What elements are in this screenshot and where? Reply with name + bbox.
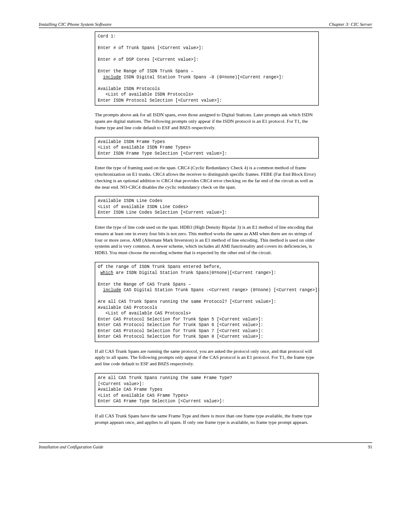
code-line: are ISDN Digital Station Trunk Spans|0=n… [113, 271, 276, 275]
page-footer: Installation and Configuration Guide 91 [39, 442, 372, 449]
code-line: Enter ISDN Line Codes Selection [<Curren… [98, 210, 227, 215]
code-line [98, 75, 103, 80]
code-line: ISDN Digital Station Trunk Spans -0 (0=n… [121, 75, 284, 80]
code-line: Enter CAS Protocol Selection for Trunk S… [98, 334, 263, 339]
code-line: CAS Digital Station Trunk Spans -<Curren… [121, 288, 320, 292]
code-line: <List of available ISDN Frame Types> [98, 145, 191, 150]
header-left: Installing CIC Phone System Software [39, 22, 112, 27]
code-line: Enter CAS Protocol Selection for Trunk S… [98, 317, 263, 322]
code-line: Enter CAS Protocol Selection for Trunk S… [98, 323, 263, 327]
code-line: Available CAS Protocols [98, 305, 157, 310]
code-line: Are all CAS Trunk Spans running the same… [98, 376, 232, 380]
header-right: Chapter 3: CIC Server [329, 22, 372, 27]
code-line: Enter # of DSP Cores [<Current value>]: [98, 57, 199, 62]
code-line: Enter the Range of ISDN Trunk Spans – [98, 69, 193, 74]
paragraph-4: If all CAS Trunk Spans are running the s… [95, 348, 319, 367]
code-line: Card 1: [98, 34, 116, 39]
code-line [98, 288, 103, 292]
paragraph-3: Enter the type of line code used on the … [95, 224, 319, 256]
code-line: Available ISDN Line Codes [98, 199, 162, 203]
code-line: <List of available ISDN Protocols> [98, 92, 193, 97]
code-line: Enter the Range of CAS Trunk Spans – [98, 282, 191, 287]
code-line: Enter ISDN Protocol Selection [<Current … [98, 98, 222, 103]
code-box-cas-frame: Are all CAS Trunk Spans running the same… [95, 373, 319, 407]
paragraph-2: Enter the type of framing used on the sp… [95, 165, 319, 190]
code-box-isdn-frame: Available ISDN Frame Types <List of avai… [95, 137, 319, 159]
paragraph-5: If all CAS Trunk Spans have the same Fra… [95, 413, 319, 426]
page: Installing CIC Phone System Software Cha… [0, 0, 411, 467]
paragraph-1: The prompts above ask for all ISDN spans… [95, 112, 319, 131]
code-line: Enter ISDN Frame Type Selection [<Curren… [98, 151, 227, 156]
code-line: Available ISDN Frame Types [98, 140, 165, 144]
footer-left: Installation and Configuration Guide [39, 445, 103, 449]
code-line: <List of available CAS Frame Types> [98, 393, 188, 398]
code-line: [<Current value>]: [98, 382, 144, 386]
code-line: Available CAS Frame Types [98, 387, 162, 392]
page-number: 91 [368, 445, 372, 449]
code-box-card1: Card 1: Enter # of Trunk Spans [<Current… [95, 31, 319, 106]
code-line: Enter CAS Frame Type Selection [<Current… [98, 399, 224, 404]
code-underline: include [103, 75, 121, 80]
code-underline: include [103, 288, 121, 292]
code-line: Are all CAS Trunk Spans running the same… [98, 299, 276, 304]
code-box-cas: Of the range of ISDN Trunk Spans entered… [95, 262, 319, 342]
code-line: Available ISDN Protocols [98, 87, 160, 91]
code-box-isdn-line-codes: Available ISDN Line Codes <List of avail… [95, 196, 319, 218]
code-line: <List of available CAS Protocols> [98, 311, 191, 316]
code-underline: which [100, 271, 113, 275]
code-line: Of the range of ISDN Trunk Spans entered… [98, 264, 222, 269]
code-line: Enter # of Trunk Spans [<Current value>]… [98, 46, 204, 50]
code-line: Enter CAS Protocol Selection for Trunk S… [98, 329, 263, 333]
code-line: <List of available ISDN Line Codes> [98, 205, 188, 209]
page-header: Installing CIC Phone System Software Cha… [39, 22, 372, 28]
